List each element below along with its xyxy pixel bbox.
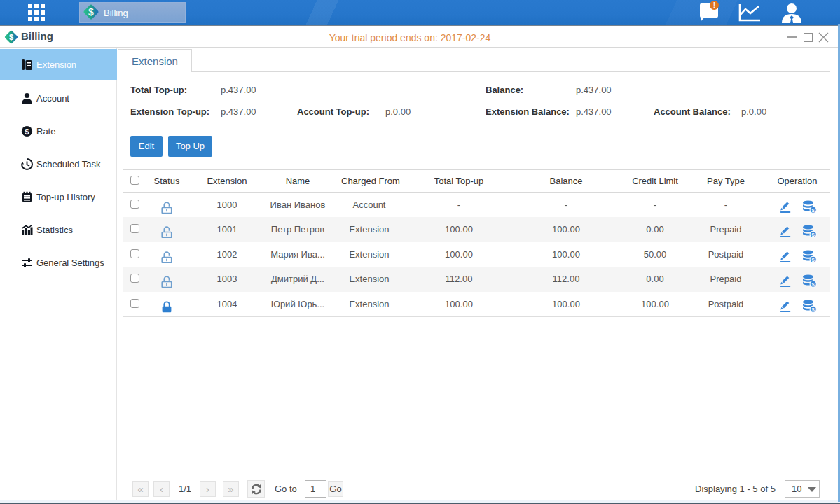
svg-text:$: $ — [25, 127, 29, 135]
